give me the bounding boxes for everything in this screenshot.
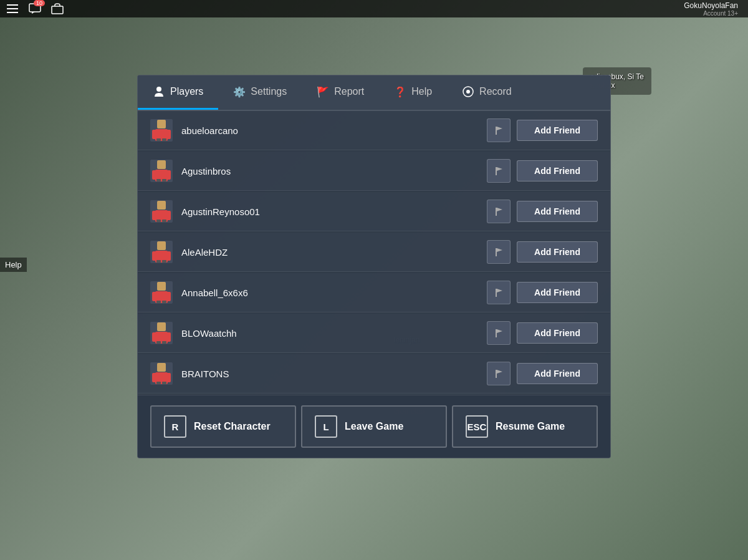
svg-rect-46 [166,332,171,342]
svg-rect-14 [496,127,497,135]
svg-rect-8 [157,120,166,128]
svg-rect-47 [156,341,161,344]
flag-button[interactable] [487,321,511,345]
flag-button[interactable] [487,159,511,183]
svg-rect-2 [7,12,18,13]
svg-rect-4 [52,6,63,14]
player-name: BLOWaatchh [181,328,487,339]
svg-rect-41 [162,301,166,303]
help-tab-icon: ❓ [394,85,406,98]
tab-players[interactable]: Players [138,75,218,110]
svg-rect-26 [156,220,161,222]
svg-point-7 [466,90,470,94]
game-menu-modal: Players ⚙️ Settings 🚩 Report ❓ Help [137,75,611,458]
flag-button[interactable] [487,240,511,264]
svg-rect-40 [156,301,161,303]
players-list: abueloarcano Add Friend Agustin [138,111,610,395]
svg-rect-15 [157,160,166,169]
add-friend-button[interactable]: Add Friend [517,322,598,344]
hamburger-icon[interactable] [5,1,20,16]
svg-rect-39 [166,292,171,301]
player-avatar [150,281,173,304]
svg-rect-27 [162,220,166,222]
svg-rect-18 [166,170,171,180]
bottom-action-bar: R Reset Character L Leave Game ESC Resum… [138,395,610,458]
add-friend-button[interactable]: Add Friend [517,120,598,141]
svg-rect-49 [496,329,497,337]
username-label: GokuNoyolaFan [684,1,738,10]
svg-rect-56 [496,370,497,378]
player-row: abueloarcano Add Friend [138,111,610,150]
top-bar: GokuNoyolaFan Account 13+ [0,0,748,17]
svg-rect-25 [166,211,171,220]
svg-rect-17 [152,170,157,180]
player-row: AleAleHDZ Add Friend [138,233,610,272]
tab-report[interactable]: 🚩 Report [302,75,379,110]
players-tab-icon [153,85,165,98]
player-name: AgustinReynoso01 [181,206,487,217]
player-avatar [150,322,173,344]
action-resume-game-button[interactable]: ESC Resume Game [452,405,598,448]
add-friend-button[interactable]: Add Friend [517,201,598,222]
tab-help[interactable]: ❓ Help [379,75,447,110]
tab-settings-label: Settings [251,86,287,97]
svg-rect-53 [166,373,171,382]
svg-rect-22 [157,201,166,210]
player-row: AgustinReynoso01 Add Friend [138,192,610,231]
svg-rect-33 [156,260,161,263]
player-name: Agustinbros [181,166,487,176]
user-info: GokuNoyolaFan Account 13+ [684,1,738,17]
tab-record[interactable]: Record [447,75,527,110]
chat-icon[interactable]: 10 [27,1,42,16]
key-badge: ESC [466,415,488,438]
flag-button[interactable] [487,200,511,223]
flag-button[interactable] [487,362,511,385]
svg-rect-11 [166,130,171,139]
player-avatar [150,200,173,223]
action-leave-game-button[interactable]: L Leave Game [301,405,447,448]
player-name: abueloarcano [181,125,487,136]
report-tab-icon: 🚩 [317,85,329,98]
svg-rect-28 [496,208,497,216]
svg-rect-36 [157,282,166,291]
player-avatar [150,160,173,182]
svg-rect-32 [166,251,171,261]
top-left-icons: 10 [5,1,65,16]
account-type-label: Account 13+ [684,10,738,17]
svg-rect-38 [152,292,157,301]
flag-button[interactable] [487,281,511,304]
action-label: Reset Character [194,421,271,432]
player-row: Agustinbros Add Friend [138,152,610,191]
add-friend-button[interactable]: Add Friend [517,363,598,384]
inventory-icon[interactable] [50,1,65,16]
add-friend-button[interactable]: Add Friend [517,282,598,303]
modal-overlay: Players ⚙️ Settings 🚩 Report ❓ Help [0,0,748,560]
svg-rect-0 [7,4,18,6]
player-name: BRAITONS [181,369,487,379]
player-avatar [150,119,173,142]
player-name: Annabell_6x6x6 [181,287,487,298]
player-row: Annabell_6x6x6 Add Friend [138,273,610,312]
tab-bar: Players ⚙️ Settings 🚩 Report ❓ Help [138,75,610,111]
svg-rect-52 [152,373,157,382]
action-reset-character-button[interactable]: R Reset Character [150,405,296,448]
key-badge: L [315,415,337,438]
svg-rect-29 [157,241,166,250]
svg-rect-54 [156,382,161,384]
svg-rect-31 [152,251,157,261]
player-name: AleAleHDZ [181,247,487,258]
key-badge: R [164,415,186,438]
tab-settings[interactable]: ⚙️ Settings [218,75,302,110]
svg-rect-19 [156,179,161,181]
add-friend-button[interactable]: Add Friend [517,241,598,263]
svg-rect-21 [496,167,497,175]
tab-report-label: Report [334,86,364,97]
player-row: BRAITONS Add Friend [138,354,610,393]
record-tab-icon [462,85,474,98]
action-label: Leave Game [345,421,403,432]
flag-button[interactable] [487,118,511,142]
add-friend-button[interactable]: Add Friend [517,160,598,181]
player-row: BLOWaatchh Add Friend [138,314,610,353]
svg-rect-20 [162,179,166,181]
svg-rect-13 [162,138,166,141]
